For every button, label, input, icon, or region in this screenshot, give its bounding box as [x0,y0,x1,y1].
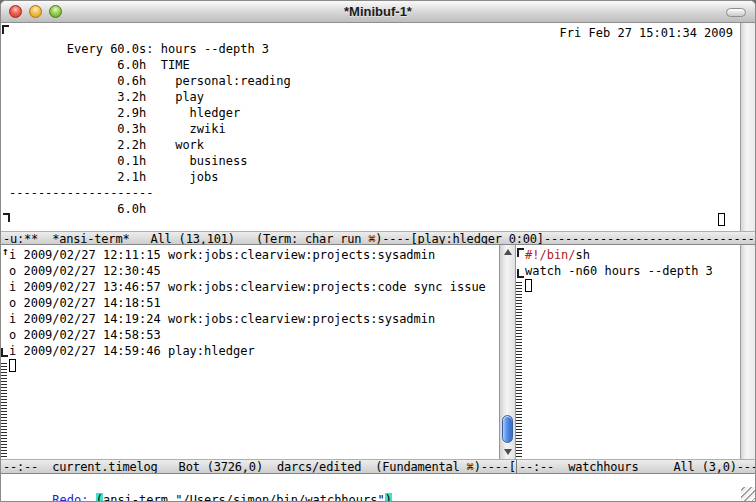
timelog-entry: i 2009/02/27 13:46:57 work:jobs:clearvie… [9,279,516,295]
minibuffer[interactable]: Redo: (ansi-term "/Users/simon/bin/watch… [1,474,755,501]
script-command-line: watch -n60 hours --depth 3 [525,263,755,279]
emacs-frame: Every 60.0s: hours --depth 3 Fri Feb 27 … [1,23,755,501]
timelog-entry: o 2009/02/27 14:58:53 [9,327,516,343]
timelog-entry: i 2009/02/27 12:11:15 work:jobs:clearvie… [9,247,516,263]
titlebar[interactable]: *Minibuf-1* [1,1,755,23]
report-line: 2.1h jobs [9,169,755,185]
modeline-row: --:-- current.timelog Bot (3726,0) darcs… [1,459,755,474]
watch-command-text: Every 60.0s: hours --depth 3 [67,42,269,56]
fringe-empty-line-marks [516,282,522,457]
report-line: 2.2h work [9,137,755,153]
watchhours-text: #!/bin/sh watch -n60 hours --depth 3 [516,245,755,279]
report-line: 0.1h business [9,153,755,169]
fringe-bottom-angle-icon [1,348,8,357]
redo-label: Redo: [52,493,95,502]
toolbar-toggle-button[interactable] [726,8,746,17]
watchhours-window[interactable]: #!/bin/sh watch -n60 hours --depth 3 [516,245,755,459]
scroll-down-button[interactable] [504,449,512,455]
scrollbar-thumb[interactable] [502,415,513,443]
report-line: 0.6h personal:reading [9,73,755,89]
shebang-line: #!/bin/sh [525,247,755,263]
window-controls [9,5,62,18]
timelog-entry: o 2009/02/27 14:18:51 [9,295,516,311]
modeline-timelog[interactable]: --:-- current.timelog Bot (3726,0) darcs… [1,459,516,474]
modeline-watchhours[interactable]: --:-- watchhours All (3,0)---- [516,459,755,474]
timelog-entry: i 2009/02/27 14:19:24 work:jobs:clearvie… [9,311,516,327]
timelog-cursor [9,359,16,372]
watchhours-scrollbar-track[interactable] [740,245,755,459]
ansi-term-window[interactable]: Every 60.0s: hours --depth 3 Fri Feb 27 … [1,23,755,231]
timelog-entry: i 2009/02/27 14:59:46 play:hledger [9,343,516,359]
fringe-top-angle-icon [517,248,524,257]
report-line: 3.2h play [9,89,755,105]
matched-paren-open: ( [96,493,103,502]
modeline-ansi-term[interactable]: -u:** *ansi-term* All (13,101) (Term: ch… [1,231,755,245]
report-total-line: 6.0h [9,201,755,217]
matched-paren-close: ) [385,493,392,502]
minibuffer-command-text: ansi-term "/Users/simon/bin/watchhours" [103,493,385,502]
terminal-cursor [718,213,725,226]
shebang-highlight: #!/bin/ [525,248,576,262]
fringe-top-angle-icon [2,25,9,34]
resize-grip[interactable] [741,487,755,501]
minimize-button[interactable] [29,5,42,18]
fringe-bottom-angle-icon [517,269,524,278]
fringe-empty-line-marks [1,363,7,457]
watch-timestamp: Fri Feb 27 15:01:34 2009 [560,25,733,41]
report-line: 2.9h hledger [9,105,755,121]
timelog-text: i 2009/02/27 12:11:15 work:jobs:clearvie… [1,245,516,359]
zoom-button[interactable] [49,5,62,18]
emacs-window: *Minibuf-1* Every 60.0s: hours --depth 3… [0,0,756,502]
watch-header: Every 60.0s: hours --depth 3 Fri Feb 27 … [9,25,755,41]
timelog-window[interactable]: i 2009/02/27 12:11:15 work:jobs:clearvie… [1,245,516,459]
timelog-scrollbar[interactable] [499,245,516,459]
close-button[interactable] [9,5,22,18]
report-line: 0.3h zwiki [9,121,755,137]
report-line: 6.0h TIME [9,57,755,73]
timelog-entry: o 2009/02/27 12:30:45 [9,263,516,279]
split-windows: i 2009/02/27 12:11:15 work:jobs:clearvie… [1,245,755,459]
report-separator-line: -------------------- [9,185,755,201]
term-scrollbar-track[interactable] [740,23,755,231]
window-title: *Minibuf-1* [1,1,755,22]
shebang-rest: sh [576,248,590,262]
fringe-up-arrow-icon: ↑ [2,245,9,258]
watchhours-cursor [525,279,532,292]
scroll-up-button[interactable] [504,249,512,255]
fringe-bottom-corner-icon [3,213,10,222]
